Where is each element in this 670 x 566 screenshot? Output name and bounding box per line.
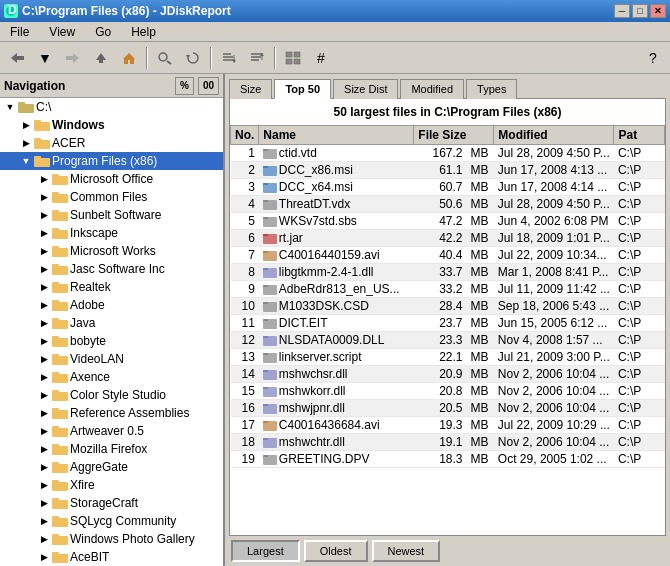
tree-item-axence[interactable]: ▶ Axence [0, 368, 223, 386]
tree-item-xfire[interactable]: ▶ Xfire [0, 476, 223, 494]
file-tree[interactable]: ▼ C:\ ▶ Windows ▶ ACER ▼ [0, 98, 223, 566]
tree-item-msworks[interactable]: ▶ Microsoft Works [0, 242, 223, 260]
tab-modified[interactable]: Modified [400, 79, 464, 99]
table-row[interactable]: 5 WKSv7std.sbs 47.2 MB Jun 4, 2002 6:08 … [231, 213, 665, 230]
root-toggle[interactable]: ▼ [2, 99, 18, 115]
menu-go[interactable]: Go [89, 23, 117, 41]
col-header-path[interactable]: Pat [614, 126, 665, 145]
tab-size[interactable]: Size [229, 79, 272, 99]
tree-item-acer[interactable]: ▶ ACER [0, 134, 223, 152]
tree-item-videolan[interactable]: ▶ VideoLAN [0, 350, 223, 368]
view-button[interactable] [280, 45, 306, 71]
tree-item-artweaver[interactable]: ▶ Artweaver 0.5 [0, 422, 223, 440]
table-row[interactable]: 12 NLSDATA0009.DLL 23.3 MB Nov 4, 2008 1… [231, 332, 665, 349]
table-row[interactable]: 3 DCC_x64.msi 60.7 MB Jun 17, 2008 4:14 … [231, 179, 665, 196]
tree-item-realtek[interactable]: ▶ Realtek [0, 278, 223, 296]
table-row[interactable]: 1 ctid.vtd 167.2 MB Jul 28, 2009 4:50 P.… [231, 145, 665, 162]
size-button[interactable]: 00 [198, 77, 219, 95]
col-header-filesize[interactable]: File Size [414, 126, 494, 145]
tree-root[interactable]: ▼ C:\ [0, 98, 223, 116]
table-row[interactable]: 10 M1033DSK.CSD 28.4 MB Sep 18, 2006 5:4… [231, 298, 665, 315]
svg-rect-45 [52, 264, 59, 267]
table-row[interactable]: 2 DCC_x86.msi 61.1 MB Jun 17, 2008 4:13 … [231, 162, 665, 179]
cell-size: 18.3 [414, 451, 467, 468]
table-row[interactable]: 13 linkserver.script 22.1 MB Jul 21, 200… [231, 349, 665, 366]
up-button[interactable] [88, 45, 114, 71]
hash-button[interactable]: # [308, 45, 334, 71]
back-button[interactable] [4, 45, 30, 71]
close-button[interactable]: ✕ [650, 4, 666, 18]
col-header-name[interactable]: Name [259, 126, 414, 145]
sort-asc-button[interactable] [216, 45, 242, 71]
table-row[interactable]: 15 mshwkorr.dll 20.8 MB Nov 2, 2006 10:0… [231, 383, 665, 400]
app-icon: D [4, 4, 18, 18]
cell-no: 1 [231, 145, 259, 162]
toolbar-separator-2 [210, 47, 212, 69]
tree-item-bobyte[interactable]: ▶ bobyte [0, 332, 223, 350]
tree-item-inkscape[interactable]: ▶ Inkscape [0, 224, 223, 242]
tree-item-jasc[interactable]: ▶ Jasc Software Inc [0, 260, 223, 278]
table-row[interactable]: 19 GREETING.DPV 18.3 MB Oct 29, 2005 1:0… [231, 451, 665, 468]
table-row[interactable]: 6 rt.jar 42.2 MB Jul 18, 2009 1:01 P... … [231, 230, 665, 247]
table-row[interactable]: 17 C40016436684.avi 19.3 MB Jul 22, 2009… [231, 417, 665, 434]
maximize-button[interactable]: □ [632, 4, 648, 18]
newest-button[interactable]: Newest [372, 540, 441, 562]
cell-size: 50.6 [414, 196, 467, 213]
tree-item-windows[interactable]: ▶ Windows [0, 116, 223, 134]
tree-item-acebit[interactable]: ▶ AceBIT [0, 548, 223, 566]
tab-top50[interactable]: Top 50 [274, 79, 331, 99]
table-row[interactable]: 7 C40016440159.avi 40.4 MB Jul 22, 2009 … [231, 247, 665, 264]
largest-button[interactable]: Largest [231, 540, 300, 562]
menu-file[interactable]: File [4, 23, 35, 41]
svg-rect-44 [52, 266, 68, 275]
tree-item-colorstudio[interactable]: ▶ Color Style Studio [0, 386, 223, 404]
tab-types[interactable]: Types [466, 79, 517, 99]
root-label: C:\ [36, 100, 51, 114]
help-button[interactable]: ? [640, 45, 666, 71]
sort-desc-button[interactable] [244, 45, 270, 71]
back-dropdown[interactable]: ▼ [32, 45, 58, 71]
cell-no: 7 [231, 247, 259, 264]
table-row[interactable]: 16 mshwjpnr.dll 20.5 MB Nov 2, 2006 10:0… [231, 400, 665, 417]
svg-rect-7 [99, 59, 103, 63]
oldest-button[interactable]: Oldest [304, 540, 368, 562]
minimize-button[interactable]: ─ [614, 4, 630, 18]
tree-item-sunbelt[interactable]: ▶ Sunbelt Software [0, 206, 223, 224]
cell-size: 20.8 [414, 383, 467, 400]
forward-button[interactable] [60, 45, 86, 71]
tree-item-commonfiles[interactable]: ▶ Common Files [0, 188, 223, 206]
tree-item-java[interactable]: ▶ Java [0, 314, 223, 332]
menu-help[interactable]: Help [125, 23, 162, 41]
cell-modified: Jul 22, 2009 10:34... [494, 247, 614, 264]
table-row[interactable]: 18 mshwchtr.dll 19.1 MB Nov 2, 2006 10:0… [231, 434, 665, 451]
tree-item-storagecraft[interactable]: ▶ StorageCraft [0, 494, 223, 512]
percent-button[interactable]: % [175, 77, 194, 95]
home-button[interactable] [116, 45, 142, 71]
tree-item-adobe[interactable]: ▶ Adobe [0, 296, 223, 314]
table-row[interactable]: 9 AdbeRdr813_en_US... 33.2 MB Jul 11, 20… [231, 281, 665, 298]
tree-item-aggregate[interactable]: ▶ AggreGate [0, 458, 223, 476]
table-row[interactable]: 14 mshwchsr.dll 20.9 MB Nov 2, 2006 10:0… [231, 366, 665, 383]
tree-item-firefox[interactable]: ▶ Mozilla Firefox [0, 440, 223, 458]
menu-view[interactable]: View [43, 23, 81, 41]
cell-no: 2 [231, 162, 259, 179]
tree-item-msoffice[interactable]: ▶ Microsoft Office [0, 170, 223, 188]
tree-item-programfiles[interactable]: ▼ Program Files (x86) [0, 152, 223, 170]
table-row[interactable]: 11 DICT.EIT 23.7 MB Jun 15, 2005 6:12 ..… [231, 315, 665, 332]
cell-modified: Jun 15, 2005 6:12 ... [494, 315, 614, 332]
col-header-modified[interactable]: Modified [494, 126, 614, 145]
svg-rect-115 [263, 455, 268, 457]
table-scroll-area[interactable]: No. Name File Size Modified Pat 1 ctid.v… [230, 125, 665, 535]
refresh-button[interactable] [180, 45, 206, 71]
svg-rect-75 [52, 534, 59, 537]
table-row[interactable]: 8 libgtkmm-2.4-1.dll 33.7 MB Mar 1, 2008… [231, 264, 665, 281]
tab-sizedist[interactable]: Size Dist [333, 79, 398, 99]
col-header-no[interactable]: No. [231, 126, 259, 145]
table-row[interactable]: 4 ThreatDT.vdx 50.6 MB Jul 28, 2009 4:50… [231, 196, 665, 213]
tree-item-sqlycg[interactable]: ▶ SQLycg Community [0, 512, 223, 530]
tree-item-refassemblies[interactable]: ▶ Reference Assemblies [0, 404, 223, 422]
cell-size: 61.1 [414, 162, 467, 179]
search-button[interactable] [152, 45, 178, 71]
tree-item-wpg[interactable]: ▶ Windows Photo Gallery [0, 530, 223, 548]
svg-text:D: D [8, 5, 17, 17]
